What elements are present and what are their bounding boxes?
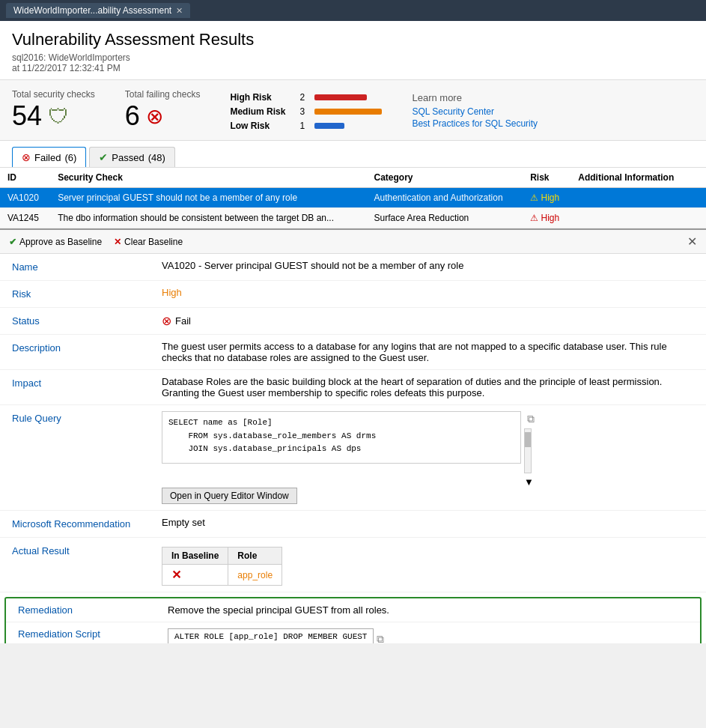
table-row[interactable]: VA1020 Server principal GUEST should not… — [0, 188, 706, 208]
risk-icon: ⚠ — [530, 192, 538, 203]
status-label: Status — [12, 314, 162, 328]
query-line-1: SELECT name as [Role] — [168, 416, 514, 430]
row-additional-info — [570, 188, 691, 208]
impact-value: Database Roles are the basic building bl… — [162, 376, 694, 398]
results-table-container: ID Security Check Category Risk Addition… — [0, 168, 706, 228]
result-table-row: ✕ app_role — [162, 565, 282, 586]
total-checks-block: Total security checks 54 🛡 — [12, 89, 95, 130]
actual-result-table: In Baseline Role ✕ app_role — [162, 547, 282, 586]
row-spacer — [691, 188, 706, 208]
col-risk: Risk — [523, 168, 570, 188]
high-risk-label: High Risk — [230, 92, 293, 103]
sql-security-center-link[interactable]: SQL Security Center — [412, 106, 538, 117]
page-title: Vulnerability Assessment Results — [12, 30, 694, 49]
results-table: ID Security Check Category Risk Addition… — [0, 168, 706, 228]
detail-rule-query-row: Rule Query SELECT name as [Role] FROM sy… — [0, 405, 706, 511]
fail-status-icon: ⊗ — [162, 314, 171, 328]
best-practices-link[interactable]: Best Practices for SQL Security — [412, 118, 538, 129]
row-id: VA1020 — [0, 188, 50, 208]
copy-script-icon[interactable]: ⧉ — [377, 633, 384, 644]
timestamp: at 11/22/2017 12:32:41 PM — [12, 63, 694, 73]
name-value: VA1020 - Server principal GUEST should n… — [162, 260, 694, 274]
role-value: app_role — [237, 570, 273, 580]
learn-more-section: Learn more SQL Security Center Best Prac… — [412, 89, 538, 130]
detail-impact-row: Impact Database Roles are the basic buil… — [0, 370, 706, 405]
stats-bar: Total security checks 54 🛡 Total failing… — [0, 80, 706, 141]
failed-tab-label: Failed — [34, 152, 61, 163]
detail-actual-result-row: Actual Result In Baseline Role ✕ app_rol… — [0, 538, 706, 592]
detail-toolbar: ✔ Approve as Baseline ✕ Clear Baseline ✕ — [0, 230, 706, 254]
medium-risk-bar — [314, 109, 382, 115]
table-row[interactable]: VA1245 The dbo information should be con… — [0, 208, 706, 228]
tab-close-icon[interactable]: ✕ — [176, 6, 183, 16]
copy-query-icon[interactable]: ⧉ — [527, 413, 535, 425]
query-line-2: FROM sys.database_role_members AS drms — [168, 430, 514, 443]
col-id: ID — [0, 168, 50, 188]
clear-baseline-button[interactable]: ✕ Clear Baseline — [114, 237, 183, 247]
name-label: Name — [12, 260, 162, 274]
col-in-baseline: In Baseline — [162, 547, 228, 565]
baseline-x-icon: ✕ — [171, 568, 181, 581]
high-risk-row: High Risk 2 — [230, 92, 382, 103]
row-id: VA1245 — [0, 208, 50, 228]
shield-icon: 🛡 — [48, 104, 69, 129]
query-box[interactable]: SELECT name as [Role] FROM sys.database_… — [162, 411, 521, 464]
remediation-script-label: Remediation Script — [18, 628, 168, 640]
low-risk-count: 1 — [299, 121, 308, 131]
status-value: ⊗ Fail — [162, 314, 694, 328]
total-failing-label: Total failing checks — [125, 89, 201, 100]
cross-icon: ✕ — [114, 237, 121, 247]
tab-passed[interactable]: ✔ Passed (48) — [89, 147, 175, 167]
row-risk: ⚠ High — [523, 188, 570, 208]
row-risk: ⚠ High — [523, 208, 570, 228]
description-value: The guest user permits access to a datab… — [162, 341, 694, 363]
total-checks-value: 54 — [12, 103, 42, 130]
approve-baseline-label: Approve as Baseline — [19, 237, 102, 247]
title-tab[interactable]: WideWorldImporter...ability Assessment ✕ — [6, 3, 190, 18]
script-text: ALTER ROLE [app_role] DROP MEMBER GUEST — [174, 632, 367, 641]
row-check: The dbo information should be consistent… — [50, 208, 366, 228]
col-additional-info: Additional Information — [570, 168, 691, 188]
rule-query-value: SELECT name as [Role] FROM sys.database_… — [162, 411, 694, 504]
risk-value: High — [162, 287, 694, 301]
passed-tab-icon: ✔ — [99, 151, 108, 163]
ms-recommendation-label: Microsoft Recommendation — [12, 517, 162, 531]
remediation-value: Remove the special principal GUEST from … — [168, 604, 688, 616]
risk-section: High Risk 2 Medium Risk 3 Low Risk 1 — [230, 89, 382, 131]
failed-tab-count: (6) — [64, 152, 76, 163]
scroll-down-icon: ▼ — [524, 476, 535, 488]
row-category: Surface Area Reduction — [366, 208, 523, 228]
high-risk-bar — [314, 94, 367, 100]
clear-baseline-label: Clear Baseline — [124, 237, 183, 247]
row-spacer — [691, 208, 706, 228]
approve-baseline-button[interactable]: ✔ Approve as Baseline — [9, 237, 102, 247]
table-header-row: ID Security Check Category Risk Addition… — [0, 168, 706, 188]
detail-content: Name VA1020 - Server principal GUEST sho… — [0, 254, 706, 643]
tab-label: WideWorldImporter...ability Assessment — [13, 5, 171, 16]
db-server: sql2016: WideWorldImporters — [12, 52, 694, 63]
impact-label: Impact — [12, 376, 162, 398]
detail-ms-recommendation-row: Microsoft Recommendation Empty set — [0, 511, 706, 538]
tab-failed[interactable]: ⊗ Failed (6) — [12, 147, 86, 167]
passed-tab-count: (48) — [148, 152, 165, 163]
passed-tab-label: Passed — [112, 152, 144, 163]
check-icon: ✔ — [9, 237, 16, 247]
risk-icon: ⚠ High — [530, 213, 559, 223]
remediation-row: Remediation Remove the special principal… — [6, 598, 700, 622]
query-line-3: JOIN sys.database_principals AS dps — [168, 443, 514, 456]
row-additional-info — [570, 208, 691, 228]
row-check: Server principal GUEST should not be a m… — [50, 188, 366, 208]
row-category: Authentication and Authorization — [366, 188, 523, 208]
col-category: Category — [366, 168, 523, 188]
col-role: Role — [228, 547, 282, 565]
tabs-bar: ⊗ Failed (6) ✔ Passed (48) — [0, 141, 706, 168]
risk-value: High — [541, 192, 559, 203]
detail-status-row: Status ⊗ Fail — [0, 308, 706, 335]
fail-status-text: Fail — [175, 315, 191, 327]
failed-tab-icon: ⊗ — [22, 151, 31, 163]
detail-name-row: Name VA1020 - Server principal GUEST sho… — [0, 254, 706, 281]
detail-close-button[interactable]: ✕ — [687, 234, 697, 249]
open-query-button[interactable]: Open in Query Editor Window — [162, 488, 297, 504]
learn-more-title: Learn more — [412, 92, 538, 103]
header-section: Vulnerability Assessment Results sql2016… — [0, 21, 706, 80]
